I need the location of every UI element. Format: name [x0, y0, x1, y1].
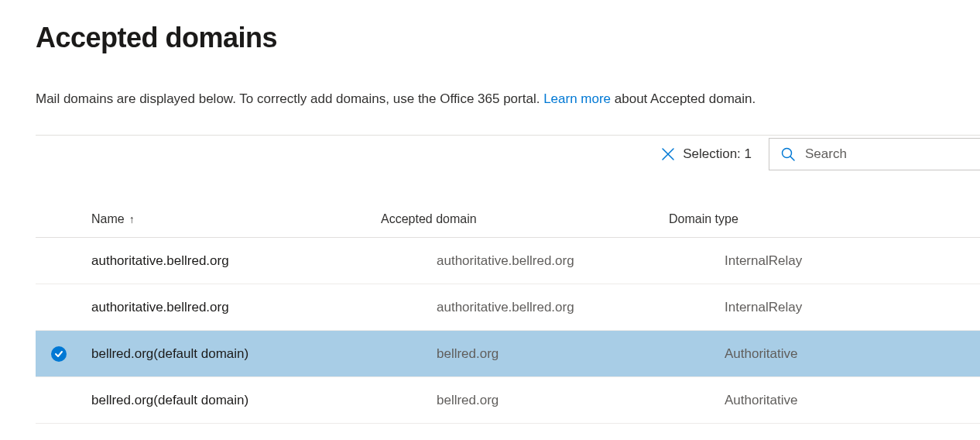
close-icon — [661, 147, 675, 161]
cell-name: authoritative.bellred.org — [91, 300, 437, 315]
cell-domain-type: InternalRelay — [725, 300, 980, 315]
row-checkbox-cell[interactable] — [36, 346, 91, 362]
clear-selection-button[interactable]: Selection: 1 — [661, 146, 769, 162]
description-prefix: Mail domains are displayed below. To cor… — [36, 91, 543, 106]
description-suffix: about Accepted domain. — [611, 91, 756, 106]
table-row[interactable]: bellred.org(default domain)bellred.orgAu… — [36, 377, 980, 424]
checkmark-circle-icon — [51, 346, 67, 362]
column-header-domain-type[interactable]: Domain type — [669, 212, 738, 226]
learn-more-link[interactable]: Learn more — [543, 91, 611, 106]
sort-ascending-icon: ↑ — [129, 213, 135, 225]
column-header-accepted-domain[interactable]: Accepted domain — [381, 212, 477, 226]
cell-name: bellred.org(default domain) — [91, 346, 437, 362]
cell-domain-type: Authoritative — [725, 393, 980, 408]
table-header: Name ↑ Accepted domain Domain type — [36, 201, 980, 238]
search-input[interactable] — [805, 146, 969, 162]
column-header-name[interactable]: Name ↑ — [91, 212, 135, 226]
column-header-name-text: Name — [91, 212, 125, 226]
cell-accepted-domain: bellred.org — [437, 346, 725, 362]
cell-domain-type: Authoritative — [725, 346, 980, 362]
page-description: Mail domains are displayed below. To cor… — [36, 91, 980, 107]
search-icon — [780, 146, 796, 162]
cell-accepted-domain: authoritative.bellred.org — [437, 300, 725, 315]
page-title: Accepted domains — [36, 22, 980, 54]
cell-accepted-domain: bellred.org — [437, 393, 725, 408]
cell-domain-type: InternalRelay — [725, 253, 980, 269]
table-row[interactable]: authoritative.bellred.orgauthoritative.b… — [36, 238, 980, 284]
search-box[interactable] — [769, 138, 980, 170]
table-row[interactable]: bellred.org(default domain)bellred.orgAu… — [36, 331, 980, 377]
selection-count-label: Selection: 1 — [683, 146, 752, 162]
domains-table: Name ↑ Accepted domain Domain type autho… — [36, 201, 980, 424]
cell-name: bellred.org(default domain) — [91, 393, 437, 408]
table-row[interactable]: authoritative.bellred.orgauthoritative.b… — [36, 284, 980, 331]
cell-accepted-domain: authoritative.bellred.org — [437, 253, 725, 269]
toolbar: Selection: 1 — [36, 136, 980, 173]
cell-name: authoritative.bellred.org — [91, 253, 437, 269]
